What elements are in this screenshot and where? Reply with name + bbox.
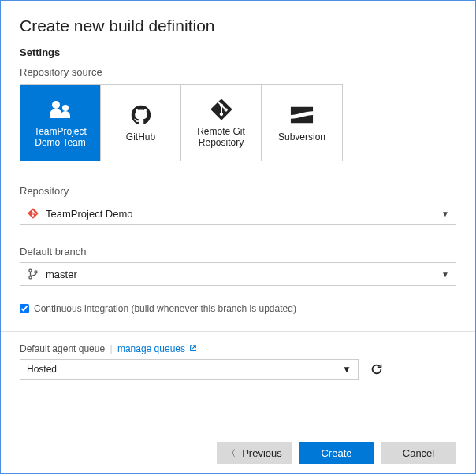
svg-point-4 bbox=[35, 271, 37, 273]
manage-queues-link[interactable]: manage queues bbox=[117, 343, 197, 354]
agent-queue-label: Default agent queue bbox=[20, 343, 105, 354]
refresh-queue-button[interactable] bbox=[366, 359, 387, 380]
branch-field-label: Default branch bbox=[20, 246, 456, 257]
tile-label: GitHub bbox=[126, 131, 155, 143]
agent-queue-label-row: Default agent queue | manage queues bbox=[20, 343, 456, 354]
branch-icon bbox=[27, 268, 39, 280]
repository-field-label: Repository bbox=[20, 185, 456, 197]
settings-heading: Settings bbox=[20, 46, 456, 58]
source-tile-github[interactable]: GitHub bbox=[101, 85, 181, 161]
ci-label: Continuous integration (build whenever t… bbox=[34, 303, 296, 314]
create-button[interactable]: Create bbox=[299, 442, 374, 464]
chevron-down-icon: ▼ bbox=[441, 270, 449, 279]
source-tile-remote-git[interactable]: Remote Git Repository bbox=[181, 85, 262, 161]
tile-label: Remote Git Repository bbox=[184, 126, 258, 149]
repository-source-tiles: TeamProject Demo Team GitHub Remote Git … bbox=[20, 84, 343, 161]
cancel-button[interactable]: Cancel bbox=[381, 442, 456, 464]
git-repo-icon bbox=[27, 207, 39, 220]
external-link-icon bbox=[189, 343, 197, 351]
repository-select[interactable]: TeamProject Demo ▼ bbox=[20, 202, 456, 225]
branch-value: master bbox=[46, 268, 441, 280]
chevron-down-icon: ▼ bbox=[342, 364, 351, 375]
source-tile-team-project[interactable]: TeamProject Demo Team bbox=[20, 85, 101, 161]
previous-button[interactable]: 〈 Previous bbox=[217, 442, 292, 464]
subversion-icon bbox=[288, 103, 316, 127]
git-icon bbox=[207, 98, 236, 121]
create-build-definition-dialog: Create new build definition Settings Rep… bbox=[0, 0, 476, 474]
svg-point-0 bbox=[52, 101, 60, 109]
agent-queue-row: Hosted ▼ bbox=[20, 359, 456, 380]
svg-point-2 bbox=[29, 269, 32, 272]
refresh-icon bbox=[370, 362, 384, 376]
github-icon bbox=[127, 103, 155, 127]
continuous-integration-checkbox-row[interactable]: Continuous integration (build whenever t… bbox=[20, 303, 456, 314]
repository-source-label: Repository source bbox=[20, 66, 456, 78]
dialog-footer: 〈 Previous Create Cancel bbox=[217, 442, 456, 464]
branch-select[interactable]: master ▼ bbox=[20, 262, 456, 286]
agent-queue-select[interactable]: Hosted ▼ bbox=[20, 359, 359, 380]
svg-point-3 bbox=[29, 276, 32, 279]
tile-label: Subversion bbox=[278, 131, 325, 143]
repository-value: TeamProject Demo bbox=[46, 208, 441, 220]
dialog-title: Create new build definition bbox=[20, 17, 456, 35]
ci-checkbox[interactable] bbox=[20, 304, 29, 313]
source-tile-subversion[interactable]: Subversion bbox=[262, 85, 342, 161]
team-project-icon bbox=[46, 98, 75, 121]
divider bbox=[1, 331, 475, 332]
svg-point-1 bbox=[62, 105, 69, 111]
agent-queue-value: Hosted bbox=[27, 364, 57, 375]
chevron-down-icon: ▼ bbox=[441, 209, 449, 218]
tile-label: TeamProject Demo Team bbox=[24, 126, 97, 149]
chevron-left-icon: 〈 bbox=[227, 447, 236, 459]
